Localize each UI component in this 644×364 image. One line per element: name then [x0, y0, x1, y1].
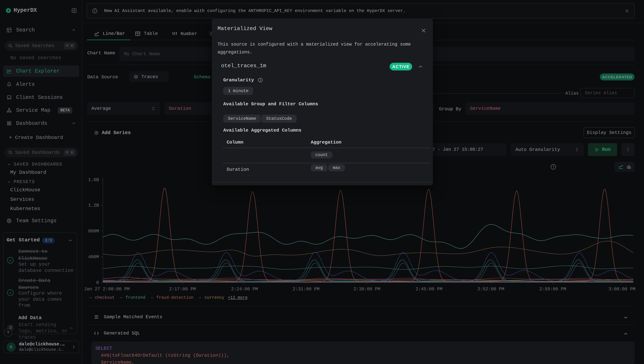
- svg-text:2:24:00 PM: 2:24:00 PM: [231, 286, 258, 292]
- svg-text:0: 0: [96, 280, 99, 285]
- svg-text:3:08:00 PM: 3:08:00 PM: [608, 286, 635, 292]
- svg-text:2:52:00 PM: 2:52:00 PM: [477, 286, 504, 292]
- svg-text:2:31:00 PM: 2:31:00 PM: [293, 286, 319, 292]
- svg-text:400M: 400M: [88, 254, 99, 260]
- svg-text:1.6B: 1.6B: [88, 177, 99, 182]
- svg-text:2:17:00 PM: 2:17:00 PM: [169, 286, 196, 292]
- svg-text:2:45:00 PM: 2:45:00 PM: [416, 286, 442, 292]
- svg-text:2:38:00 PM: 2:38:00 PM: [353, 286, 380, 292]
- svg-text:2:59:00 PM: 2:59:00 PM: [539, 286, 566, 292]
- svg-text:800M: 800M: [88, 229, 99, 234]
- svg-text:Jan 27 2:08:00 PM: Jan 27 2:08:00 PM: [84, 286, 130, 292]
- svg-text:1.2B: 1.2B: [88, 203, 99, 208]
